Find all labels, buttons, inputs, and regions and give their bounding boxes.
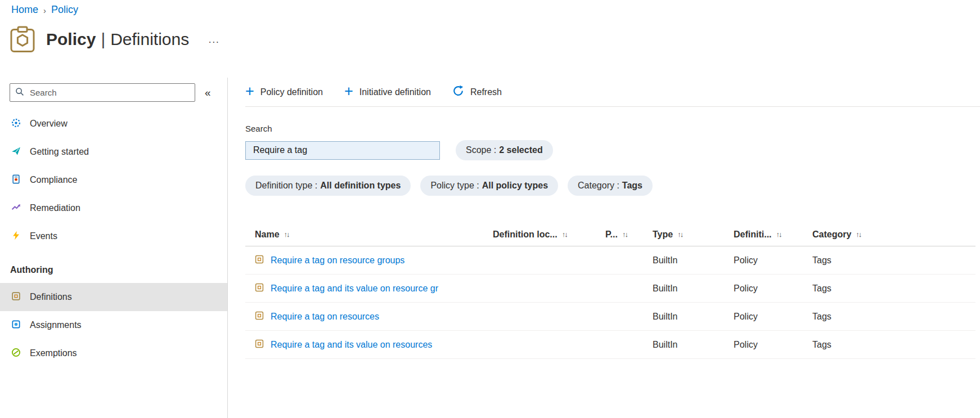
main-content: + Policy definition + Initiative definit…: [245, 78, 980, 418]
initiative-definition-label: Initiative definition: [359, 87, 431, 97]
sidebar-item-label: Events: [30, 231, 57, 241]
definition-search-input[interactable]: [252, 145, 433, 156]
cell-category: Tags: [812, 312, 975, 322]
policy-definition-icon: [255, 311, 264, 322]
definitions-icon: [11, 291, 21, 303]
policy-link[interactable]: Require a tag on resources: [271, 312, 379, 322]
refresh-label: Refresh: [470, 87, 502, 97]
definition-search-box[interactable]: [245, 141, 440, 160]
column-label: Name: [255, 230, 280, 240]
sidebar: « Overview Getting s: [0, 78, 228, 418]
breadcrumb: Home › Policy: [11, 4, 78, 16]
policy-icon: [10, 26, 35, 53]
sidebar-item-exemptions[interactable]: Exemptions: [0, 339, 227, 367]
breadcrumb-policy-link[interactable]: Policy: [51, 4, 78, 16]
column-header-definition-location[interactable]: Definition loc... ↑↓: [493, 230, 605, 240]
page-title-separator: |: [101, 30, 105, 48]
sidebar-section-authoring: Authoring: [0, 250, 227, 283]
column-header-type[interactable]: Type ↑↓: [653, 230, 734, 240]
sort-icon: ↑↓: [856, 230, 861, 239]
sidebar-item-label: Compliance: [30, 175, 77, 185]
cell-definition-type: Policy: [734, 312, 812, 322]
sort-icon: ↑↓: [562, 230, 567, 239]
sidebar-item-definitions[interactable]: Definitions: [0, 283, 227, 311]
column-label: Definition loc...: [493, 230, 558, 240]
events-icon: [11, 231, 21, 242]
more-button[interactable]: ···: [206, 31, 222, 48]
breadcrumb-home-link[interactable]: Home: [11, 4, 38, 16]
title-bar: Policy|Definitions ···: [10, 26, 222, 53]
assignments-icon: [11, 320, 21, 331]
cell-definition-type: Policy: [734, 340, 812, 350]
filter-row-2: Definition type : All definition types P…: [245, 176, 980, 196]
policy-definition-button[interactable]: + Policy definition: [245, 86, 323, 98]
filter-row-1: Scope : 2 selected: [245, 140, 980, 160]
command-bar: + Policy definition + Initiative definit…: [245, 78, 980, 107]
pill-value: All policy types: [482, 181, 548, 191]
page-title-primary: Policy: [46, 30, 96, 48]
filter-search-label: Search: [245, 124, 980, 133]
table-row[interactable]: Require a tag and its value on resources…: [245, 331, 975, 359]
initiative-definition-button[interactable]: + Initiative definition: [344, 86, 431, 98]
pill-label: Category :: [578, 181, 619, 191]
cell-definition-type: Policy: [734, 284, 812, 294]
sidebar-item-remediation[interactable]: Remediation: [0, 194, 227, 222]
refresh-button[interactable]: Refresh: [452, 85, 502, 99]
exemptions-icon: [11, 348, 21, 359]
plus-icon: +: [245, 86, 254, 98]
sort-icon: ↑↓: [284, 230, 289, 239]
sidebar-item-label: Assignments: [30, 320, 82, 330]
policy-definition-label: Policy definition: [260, 87, 323, 97]
policy-link[interactable]: Require a tag on resource groups: [271, 255, 404, 266]
sort-icon: ↑↓: [776, 230, 781, 239]
cell-name: Require a tag on resources: [245, 311, 493, 322]
filter-pill-scope[interactable]: Scope : 2 selected: [456, 140, 553, 160]
sidebar-item-overview[interactable]: Overview: [0, 110, 227, 138]
sidebar-item-events[interactable]: Events: [0, 222, 227, 250]
sidebar-item-compliance[interactable]: Compliance: [0, 166, 227, 194]
column-header-definition-type[interactable]: Definiti... ↑↓: [734, 230, 812, 240]
cell-type: BuiltIn: [653, 255, 734, 266]
overview-icon: [11, 118, 21, 130]
cell-category: Tags: [812, 284, 975, 294]
cell-type: BuiltIn: [653, 312, 734, 322]
pill-value: All definition types: [320, 181, 401, 191]
filter-pill-policy-type[interactable]: Policy type : All policy types: [420, 176, 558, 196]
column-label: Type: [653, 230, 673, 240]
pill-label: Scope :: [466, 145, 496, 155]
sidebar-item-assignments[interactable]: Assignments: [0, 311, 227, 339]
column-header-policies[interactable]: P... ↑↓: [605, 230, 653, 240]
sidebar-item-getting-started[interactable]: Getting started: [0, 138, 227, 166]
collapse-sidebar-button[interactable]: «: [203, 87, 213, 99]
cell-name: Require a tag on resource groups: [245, 255, 493, 266]
plus-icon: +: [344, 86, 353, 98]
sort-icon: ↑↓: [677, 230, 682, 239]
chevron-right-icon: ›: [43, 5, 46, 15]
sidebar-item-label: Remediation: [30, 203, 80, 213]
table-row[interactable]: Require a tag on resources BuiltIn Polic…: [245, 303, 975, 331]
filter-pill-category[interactable]: Category : Tags: [568, 176, 653, 196]
page-title: Policy|Definitions: [46, 30, 189, 49]
column-header-category[interactable]: Category ↑↓: [812, 230, 975, 240]
policy-link[interactable]: Require a tag and its value on resource …: [271, 284, 438, 294]
sidebar-item-label: Getting started: [30, 147, 89, 157]
column-label: Definiti...: [734, 230, 772, 240]
sidebar-search-box[interactable]: [10, 83, 195, 102]
column-label: Category: [812, 230, 851, 240]
cell-name: Require a tag and its value on resources: [245, 339, 493, 350]
pill-label: Definition type :: [255, 181, 317, 191]
getting-started-icon: [11, 146, 21, 158]
table-row[interactable]: Require a tag on resource groups BuiltIn…: [245, 246, 975, 275]
cell-category: Tags: [812, 255, 975, 266]
sidebar-item-label: Definitions: [30, 292, 72, 302]
refresh-icon: [452, 85, 464, 99]
sidebar-item-label: Overview: [30, 119, 68, 129]
column-header-name[interactable]: Name ↑↓: [245, 230, 493, 240]
filter-pill-definition-type[interactable]: Definition type : All definition types: [245, 176, 411, 196]
cell-definition-type: Policy: [734, 255, 812, 266]
table-row[interactable]: Require a tag and its value on resource …: [245, 275, 975, 303]
sidebar-search-input[interactable]: [29, 87, 190, 98]
policy-link[interactable]: Require a tag and its value on resources: [271, 340, 432, 350]
remediation-icon: [11, 203, 21, 214]
page-title-secondary: Definitions: [110, 30, 189, 48]
